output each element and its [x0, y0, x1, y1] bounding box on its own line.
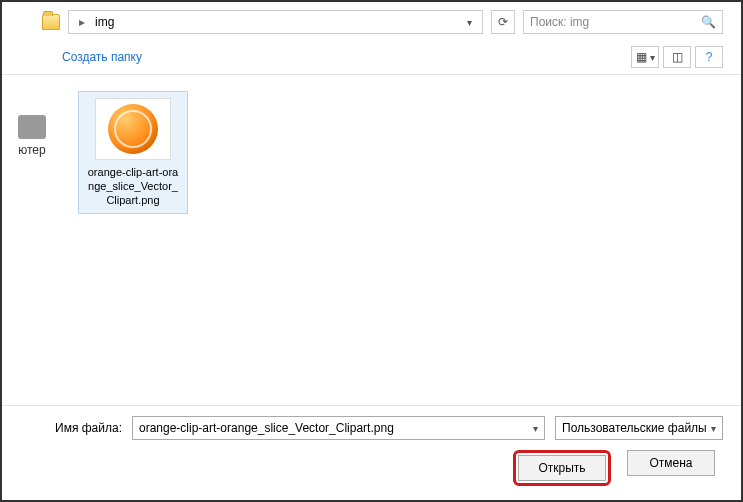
file-item[interactable]: orange-clip-art-orange_slice_Vector_Clip… — [78, 91, 188, 214]
view-mode-button[interactable]: ▦ ▾ — [631, 46, 659, 68]
refresh-button[interactable]: ⟳ — [491, 10, 515, 34]
file-thumbnail — [95, 98, 171, 160]
chevron-right-icon: ▸ — [73, 15, 91, 29]
new-folder-link[interactable]: Создать папку — [62, 50, 142, 64]
thumbnails-icon: ▦ — [636, 50, 647, 64]
search-icon: 🔍 — [701, 15, 716, 29]
search-input[interactable]: Поиск: img 🔍 — [523, 10, 723, 34]
folder-icon — [42, 14, 60, 30]
chevron-down-icon: ▾ — [711, 423, 716, 434]
filetype-label: Пользовательские файлы — [562, 421, 707, 435]
orange-image-icon — [108, 104, 158, 154]
sidebar-item-computer[interactable]: ютер — [2, 143, 62, 157]
open-button[interactable]: Открыть — [518, 455, 606, 481]
chevron-down-icon: ▾ — [650, 52, 655, 63]
refresh-icon: ⟳ — [498, 15, 508, 29]
filename-input[interactable]: orange-clip-art-orange_slice_Vector_Clip… — [132, 416, 545, 440]
preview-icon: ◫ — [672, 50, 683, 64]
breadcrumb-current[interactable]: img — [91, 15, 118, 29]
filename-value: orange-clip-art-orange_slice_Vector_Clip… — [139, 421, 394, 435]
help-icon: ? — [706, 50, 713, 64]
chevron-down-icon[interactable]: ▾ — [461, 17, 478, 28]
preview-pane-button[interactable]: ◫ — [663, 46, 691, 68]
search-placeholder: Поиск: img — [530, 15, 701, 29]
cancel-button[interactable]: Отмена — [627, 450, 715, 476]
help-button[interactable]: ? — [695, 46, 723, 68]
breadcrumb[interactable]: ▸ img ▾ — [68, 10, 483, 34]
file-list[interactable]: orange-clip-art-orange_slice_Vector_Clip… — [62, 75, 741, 395]
file-name-label: orange-clip-art-orange_slice_Vector_Clip… — [85, 166, 181, 207]
computer-icon — [18, 115, 46, 139]
chevron-down-icon[interactable]: ▾ — [533, 423, 538, 434]
filename-label: Имя файла: — [52, 421, 122, 435]
filetype-dropdown[interactable]: Пользовательские файлы ▾ — [555, 416, 723, 440]
open-button-highlight: Открыть — [513, 450, 611, 486]
